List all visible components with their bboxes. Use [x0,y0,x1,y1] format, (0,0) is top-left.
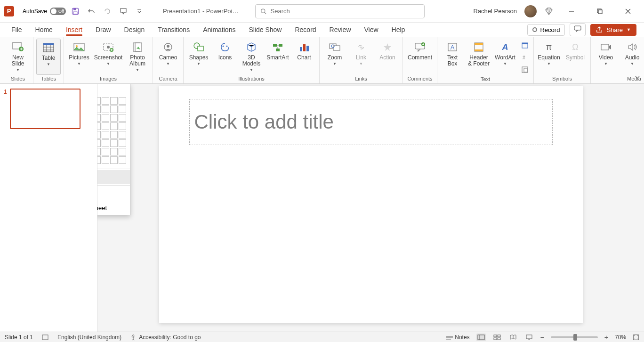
table-grid-cell[interactable] [110,97,118,105]
header-footer-button[interactable]: Header & Footer [467,39,491,75]
tab-review[interactable]: Review [323,24,358,35]
qat-more-button[interactable] [135,7,144,16]
slide-thumb-item[interactable]: 1 [4,89,93,129]
table-grid-cell[interactable] [110,156,118,164]
table-grid-cell[interactable] [119,156,126,164]
new-slide-button[interactable]: New Slide ▼ [6,39,30,75]
video-button[interactable]: Video ▼ [594,39,618,75]
zoom-slider[interactable] [551,336,598,338]
table-grid-cell[interactable] [102,106,109,113]
table-grid-cell[interactable] [102,122,109,130]
close-button[interactable] [618,4,638,18]
tab-file[interactable]: File [5,24,29,35]
table-grid-cell[interactable] [110,122,118,130]
table-grid-cell[interactable] [97,97,101,105]
sorter-view-button[interactable] [492,334,502,341]
table-grid-cell[interactable] [110,114,118,122]
table-grid-cell[interactable] [97,148,101,155]
table-grid-cell[interactable] [102,139,109,147]
share-button[interactable]: Share ▼ [590,24,636,36]
table-grid-cell[interactable] [119,131,126,138]
slide-canvas[interactable]: Click to add title [159,86,583,323]
cameo-button[interactable]: Cameo ▼ [156,39,180,75]
fit-to-window-button[interactable] [633,334,639,341]
maximize-button[interactable] [589,4,610,18]
tab-view[interactable]: View [358,24,385,35]
slide-thumbnail[interactable] [10,89,80,129]
notes-button[interactable]: Notes [446,334,469,341]
table-grid-cell[interactable] [102,156,109,164]
diamond-icon[interactable] [544,7,554,16]
table-grid-cell[interactable] [97,131,101,138]
tab-record[interactable]: Record [288,24,322,35]
language-status[interactable]: English (United Kingdom) [57,334,121,341]
table-grid-cell[interactable] [119,97,126,105]
tab-home[interactable]: Home [29,24,59,35]
accessibility-status[interactable]: Accessibility: Good to go [130,334,201,341]
zoom-in-button[interactable]: + [604,334,608,341]
excel-spreadsheet-menu-item[interactable]: X Excel Spreadsheet [97,201,130,215]
table-grid-cell[interactable] [110,139,118,147]
autosave-toggle[interactable]: AutoSave Off [23,8,66,15]
models-button[interactable]: 3D Models ▼ [239,39,264,75]
text-box-button[interactable]: A Text Box [440,39,465,75]
table-grid-cell[interactable] [119,139,126,147]
tab-slide-show[interactable]: Slide Show [242,24,288,35]
table-grid-cell[interactable] [119,106,126,113]
zoom-slider-thumb[interactable] [573,334,577,341]
redo-button[interactable] [103,7,112,16]
zoom-out-button[interactable]: − [540,334,544,341]
canvas-area[interactable]: Insert Table Insert Table… Draw Table X … [97,84,644,332]
tab-draw[interactable]: Draw [89,24,118,35]
table-grid-cell[interactable] [102,148,109,155]
pictures-button[interactable]: Pictures ▼ [67,39,91,75]
table-grid-cell[interactable] [97,114,101,122]
normal-view-button[interactable] [476,334,486,341]
table-grid-cell[interactable] [97,139,101,147]
comment-button[interactable]: Comment [406,39,434,75]
search-box[interactable] [255,4,425,18]
equation-button[interactable]: π Equation ▼ [537,39,561,75]
table-grid-cell[interactable] [110,106,118,113]
reading-view-button[interactable] [508,334,518,341]
table-grid-cell[interactable] [110,148,118,155]
autosave-switch[interactable]: Off [50,8,66,15]
screenshot-button[interactable]: Screenshot ▼ [93,39,123,75]
object-button[interactable] [519,64,531,75]
tab-design[interactable]: Design [118,24,152,35]
present-button[interactable] [119,7,128,16]
table-grid-cell[interactable] [97,106,101,113]
icons-button[interactable]: Icons [213,39,237,75]
table-button[interactable]: Table ▼ [36,39,61,75]
table-grid-cell[interactable] [102,97,109,105]
search-input[interactable] [271,8,420,15]
shapes-button[interactable]: Shapes ▼ [186,39,211,75]
table-grid-cell[interactable] [97,156,101,164]
table-grid-cell[interactable] [102,114,109,122]
comments-button[interactable] [570,23,586,36]
date-time-button[interactable] [519,40,531,51]
insert-table-grid[interactable] [97,97,130,168]
table-grid-cell[interactable] [119,122,126,130]
smartart-button[interactable]: SmartArt [266,39,290,75]
tab-transitions[interactable]: Transitions [151,24,196,35]
wordart-button[interactable]: A WordArt ▼ [493,39,517,75]
table-grid-cell[interactable] [102,131,109,138]
title-placeholder[interactable]: Click to add title [189,99,553,145]
avatar[interactable] [524,5,537,17]
table-grid-cell[interactable] [119,114,126,122]
tab-insert[interactable]: Insert [59,24,89,35]
insert-table-menu-item[interactable]: Insert Table… [97,170,130,184]
audio-button[interactable]: Audio ▼ [620,39,644,75]
minimize-button[interactable] [561,4,582,18]
tab-help[interactable]: Help [385,24,412,35]
zoom-percent[interactable]: 70% [615,334,626,341]
collapse-ribbon-button[interactable] [635,75,640,81]
photo-album-button[interactable]: Photo Album ▼ [125,39,150,75]
save-button[interactable] [71,7,80,16]
record-button[interactable]: Record [527,24,565,36]
undo-button[interactable] [87,7,96,16]
zoom-button[interactable]: Zoom ▼ [322,39,347,75]
table-grid-cell[interactable] [97,122,101,130]
table-grid-cell[interactable] [110,131,118,138]
